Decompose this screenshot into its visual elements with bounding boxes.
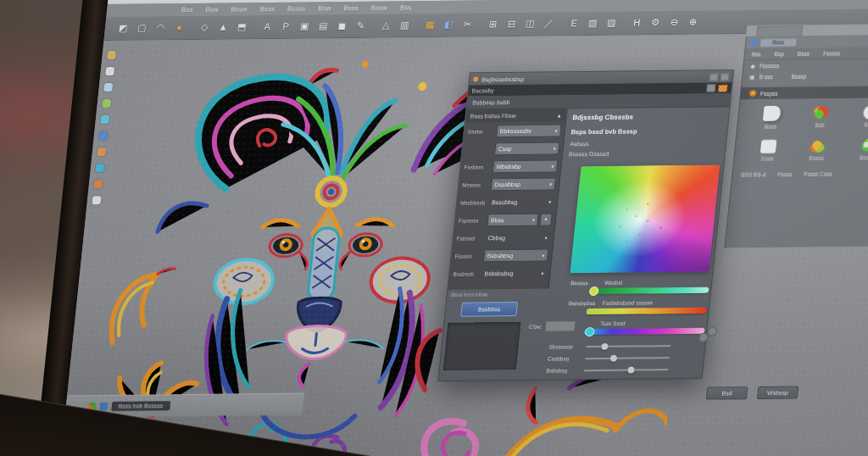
- dialog-minimize-button[interactable]: [709, 73, 719, 81]
- color-picker-field[interactable]: [570, 164, 720, 273]
- field-value-8: Bsbsbsbsg: [484, 270, 514, 276]
- plain-slider-handle-1[interactable]: [610, 355, 618, 362]
- chevron-down-icon: ▾: [532, 217, 536, 223]
- thumb-cell-0[interactable]: Bsss: [746, 105, 798, 130]
- swatch-orange-icon[interactable]: [93, 180, 103, 188]
- slider-sublabel-1: Fssbsbsbssd ssssss: [602, 299, 653, 306]
- field-label-0: Ssstw: [467, 128, 497, 134]
- flower-icon: [749, 90, 757, 97]
- slider-sublabel-2: Tsss Sssd: [600, 320, 626, 326]
- thumb-label-3: Gsss: [760, 156, 774, 162]
- plain-slider-0[interactable]: [586, 345, 670, 348]
- slider-handle-0[interactable]: [589, 286, 599, 296]
- cancel-button[interactable]: Wsbssp: [757, 386, 799, 399]
- panel-tab-1[interactable]: Bsp: [774, 51, 784, 57]
- ok-button[interactable]: Bsd: [706, 386, 748, 400]
- field-select-4[interactable]: Bsscbbsg▾: [489, 199, 554, 206]
- panel-row-1[interactable]: ▣B sssBsssp: [742, 69, 868, 82]
- menu-item-2[interactable]: Bssw: [231, 5, 248, 13]
- menu-item-5[interactable]: Bsw: [318, 4, 331, 12]
- apply-button[interactable]: Bssbbss: [460, 302, 518, 317]
- field-select-3[interactable]: Dsssbbsp▾: [491, 177, 557, 191]
- field-select-2[interactable]: Wbsbsbp▾: [492, 159, 559, 173]
- swatch-gray-icon[interactable]: [92, 196, 101, 204]
- swatch-cyan-icon[interactable]: [100, 115, 109, 124]
- swatch-gold-icon[interactable]: [107, 51, 116, 59]
- chevron-down-icon: ▾: [551, 164, 554, 170]
- csw-dropdown[interactable]: [544, 320, 576, 331]
- circle-white-icon: [863, 106, 868, 120]
- panel-section-header[interactable]: Fsspss: [740, 85, 868, 99]
- menu-item-6[interactable]: Bsss: [343, 4, 359, 12]
- thumb-cell-2[interactable]: Bss: [844, 105, 868, 128]
- description-line-2: Asbsss: [570, 140, 637, 147]
- dialog-tab-label[interactable]: Bsbbssp bsbb: [472, 99, 510, 105]
- menu-item-1[interactable]: Bsw: [205, 6, 219, 14]
- swatch-white-icon[interactable]: [105, 67, 114, 75]
- thumb-cell-3[interactable]: Gsss: [743, 140, 794, 163]
- field-select-7[interactable]: Bsbsbbsg▾: [483, 249, 549, 263]
- menu-item-4[interactable]: Bssss: [287, 5, 306, 13]
- dialog-close-button[interactable]: [721, 73, 730, 81]
- plain-slider-handle-2[interactable]: [627, 367, 635, 374]
- field-extra-dropdown-5[interactable]: ▾: [539, 214, 553, 226]
- swatch-tan-icon[interactable]: [97, 147, 106, 156]
- field-select-5[interactable]: Bbss▾: [487, 214, 539, 227]
- panel-header-chip[interactable]: Bsss: [760, 38, 797, 46]
- list-icon: ▣: [749, 74, 755, 81]
- chevron-down-icon: ▾: [554, 127, 558, 133]
- side-panel-tab[interactable]: [756, 25, 803, 36]
- gradient-slider-row-0: BsssssWssbsl: [554, 279, 708, 301]
- chevron-down-icon: ▾: [544, 235, 548, 241]
- thumbnail-grid: BsssBsbBssGsssBssssBsssBSS BS-dFssssFsss…: [732, 97, 868, 179]
- preview-inset: [443, 322, 521, 370]
- swatch-sky-icon[interactable]: [103, 83, 113, 92]
- left-panel-header-label: Bsss bsbss Fbsw: [470, 113, 516, 120]
- panel-tab-2[interactable]: Bsss: [798, 50, 810, 56]
- panel-row-0[interactable]: ◆Fssssss: [743, 58, 868, 71]
- field-select-6[interactable]: Cbbsg▾: [485, 235, 550, 242]
- field-value-4: Bsscbbsg: [492, 199, 518, 205]
- swatch-blue-icon[interactable]: [98, 131, 108, 140]
- chevron-down-icon: ▾: [541, 270, 544, 276]
- left-panel-header[interactable]: Bsss bsbss Fbsw ▲: [465, 108, 567, 122]
- pattern-swatch-icon[interactable]: [717, 84, 728, 92]
- gradient-slider-2[interactable]: [584, 328, 705, 335]
- description-line-3: Bsssss Gssssd: [569, 151, 636, 158]
- field-select-8[interactable]: Bsbsbsbsg▾: [481, 270, 547, 277]
- thumb-cell-1[interactable]: Bsb: [795, 106, 847, 129]
- menu-item-0[interactable]: Bss: [181, 6, 193, 14]
- gradient-slider-0[interactable]: [588, 287, 709, 294]
- thumb-cell-5[interactable]: Bsss: [841, 138, 868, 161]
- status-chip[interactable]: Bsss bsb Bsssss: [111, 401, 170, 411]
- thumb-row-0: BsssBsbBss: [746, 103, 868, 130]
- dock-button[interactable]: [706, 85, 715, 92]
- dialog-section-title: Bdjsssbg Cbsssbs: [572, 112, 726, 121]
- slider-handle-2[interactable]: [585, 327, 595, 336]
- plain-slider-handle-0[interactable]: [601, 343, 609, 350]
- side-panel-header: Bsss: [746, 34, 868, 48]
- menu-item-3[interactable]: Bsss: [259, 5, 275, 13]
- footer-text-2: Fssss Csss: [804, 171, 832, 177]
- field-select-0[interactable]: Bbksssssbs▾: [496, 124, 562, 137]
- panel-tab-0[interactable]: Bss: [752, 51, 762, 57]
- slider-group: BsssssWssbslBsbsbpbssFssbsbsbssd ssssssT…: [546, 272, 709, 377]
- menu-item-8[interactable]: Bss: [399, 3, 411, 11]
- swatch-teal-icon[interactable]: [95, 164, 104, 172]
- thumb-cell-4[interactable]: Bssss: [792, 139, 843, 162]
- gradient-slider-1[interactable]: [586, 308, 707, 314]
- dialog-sub-title: Bscssby: [471, 86, 704, 94]
- panel-tab-3[interactable]: Fsssss: [823, 50, 841, 56]
- field-value-3: Dsssbbsp: [494, 181, 520, 187]
- field-row-7: FsssssBsbsbbsg▾: [451, 247, 553, 265]
- plain-slider-1[interactable]: [585, 357, 670, 359]
- app-blue-icon[interactable]: [99, 403, 108, 410]
- csw-control: CSw:: [528, 320, 576, 332]
- collapse-icon[interactable]: ▲: [556, 113, 562, 118]
- gradient-slider-row-1: BsbsbpbssFssbsbsbssd ssssss: [552, 299, 706, 321]
- field-select-1[interactable]: Cssp▾: [494, 142, 560, 155]
- menu-item-7[interactable]: Bssw: [370, 4, 387, 12]
- swatch-green-icon[interactable]: [102, 99, 111, 108]
- plain-slider-2[interactable]: [583, 369, 668, 371]
- side-panel: Bsss BssBspBsssFsssss ◆Fssssss▣B sssBsss…: [724, 23, 868, 248]
